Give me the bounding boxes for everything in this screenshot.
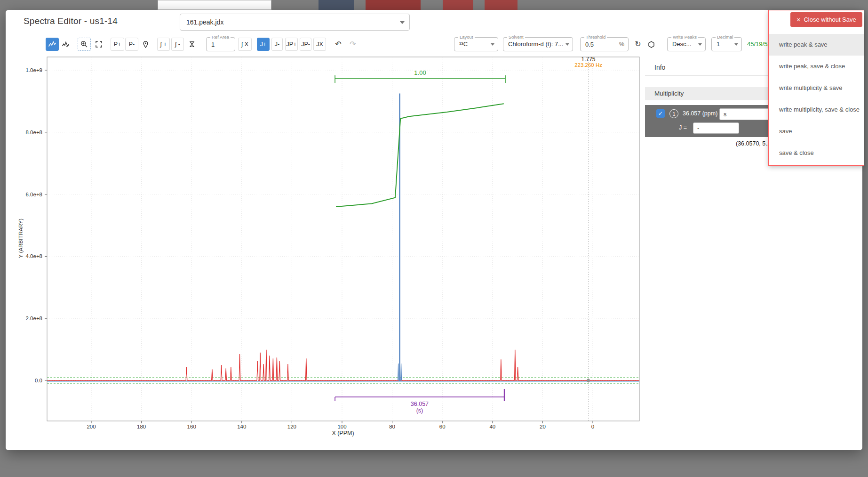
- peak-pick-icon: [62, 40, 70, 49]
- integral-clear-button[interactable]: ∫ X: [238, 38, 252, 51]
- spectrum-display-button[interactable]: [46, 38, 59, 51]
- svg-text:1.0e+9: 1.0e+9: [26, 67, 43, 73]
- peak-shift-label: 36.057 (ppm): [683, 110, 717, 117]
- menu-item-save-close[interactable]: save & close: [769, 142, 864, 164]
- svg-text:160: 160: [187, 424, 196, 429]
- bg-partial-button-4: [485, 0, 518, 10]
- svg-text:200: 200: [87, 424, 96, 429]
- toolbar: P+ P- ∫ + ∫ - Ref Area ∫ X J+ J- JP+ JP-…: [6, 37, 862, 53]
- spectrum-chart[interactable]: 2001801601401201008060402000.02.0e+84.0e…: [15, 55, 642, 440]
- svg-text:0: 0: [591, 424, 594, 429]
- peak-counts-text: 45/19/53: [747, 40, 771, 48]
- spectrum-icon: [48, 40, 56, 49]
- zoom-in-button[interactable]: [78, 38, 91, 51]
- refresh-button[interactable]: ↻: [633, 38, 643, 51]
- peak-remove-button[interactable]: P-: [125, 38, 138, 51]
- menu-item-write-peak-save-close[interactable]: write peak, save & close: [769, 56, 864, 77]
- j-coupling-label: J =: [679, 124, 687, 131]
- threshold-field[interactable]: Threshold %: [580, 37, 629, 51]
- spectrum-file-select-value: 161.peak.jdx: [180, 14, 409, 30]
- svg-text:36.057: 36.057: [411, 401, 429, 407]
- chevron-down-icon: [734, 43, 738, 46]
- integral-add-button[interactable]: ∫ +: [157, 38, 170, 51]
- svg-text:0.0: 0.0: [35, 378, 42, 383]
- screen-backdrop: Spectra Editor - us1-14 161.peak.jdx × C…: [0, 0, 868, 477]
- svg-text:60: 60: [439, 424, 446, 429]
- j-coupling-remove-button[interactable]: J-: [271, 38, 283, 51]
- menu-item-write-peak-save[interactable]: write peak & save: [769, 34, 864, 56]
- write-peaks-select[interactable]: Write Peaks Desc...: [667, 37, 706, 51]
- svg-text:100: 100: [337, 424, 346, 429]
- assignment-button[interactable]: [645, 38, 657, 51]
- svg-text:8.0e+8: 8.0e+8: [26, 129, 43, 135]
- save-options-menu: write peak & save write peak, save & clo…: [768, 10, 864, 166]
- peak-index-badge: 1: [669, 109, 678, 118]
- chevron-down-icon: [698, 43, 702, 46]
- decimal-label: Decimal: [716, 34, 734, 40]
- svg-text:140: 140: [237, 424, 246, 429]
- solvent-select[interactable]: Solvent Chloroform-d (t): 7...: [503, 37, 573, 51]
- svg-text:X (PPM): X (PPM): [332, 430, 354, 437]
- spectra-editor-dialog: Spectra Editor - us1-14 161.peak.jdx × C…: [6, 10, 862, 450]
- svg-text:180: 180: [137, 424, 146, 429]
- jp-remove-button[interactable]: JP-: [300, 38, 311, 51]
- chevron-down-icon: [565, 43, 569, 46]
- solvent-label: Solvent: [507, 34, 525, 40]
- zoom-out-full-icon: [95, 40, 103, 49]
- auto-integrate-button[interactable]: [186, 38, 198, 51]
- threshold-label: Threshold: [584, 34, 607, 40]
- layout-label: Layout: [458, 34, 475, 40]
- j-clear-button[interactable]: JX: [313, 38, 326, 51]
- ref-area-field[interactable]: Ref Area: [206, 37, 235, 51]
- svg-text:(s): (s): [416, 407, 423, 414]
- chevron-down-icon: [491, 43, 494, 46]
- svg-text:Y (ARBITRARY): Y (ARBITRARY): [18, 218, 24, 258]
- svg-text:6.0e+8: 6.0e+8: [26, 192, 43, 197]
- svg-text:20: 20: [540, 424, 546, 429]
- layout-select[interactable]: Layout ¹³C: [454, 37, 498, 51]
- bg-partial-button-2: [366, 0, 421, 10]
- check-icon: ✓: [658, 110, 663, 117]
- peak-pin-button[interactable]: [140, 38, 151, 51]
- svg-text:80: 80: [389, 424, 395, 429]
- undo-button[interactable]: ↶: [332, 38, 344, 51]
- page-title: Spectra Editor - us1-14: [24, 16, 118, 26]
- j-coupling-add-button[interactable]: J+: [257, 38, 270, 51]
- decimal-select[interactable]: Decimal 1: [711, 37, 742, 51]
- pin-icon: [142, 40, 150, 49]
- svg-text:223.260 Hz: 223.260 Hz: [574, 62, 602, 68]
- svg-text:4.0e+8: 4.0e+8: [26, 253, 43, 259]
- zoom-out-full-button[interactable]: [92, 38, 105, 51]
- bg-partial-input: [158, 0, 271, 10]
- close-icon: ×: [796, 16, 800, 23]
- hourglass-icon: [188, 40, 196, 48]
- threshold-suffix: %: [619, 38, 624, 51]
- svg-text:1.00: 1.00: [414, 69, 426, 76]
- j-coupling-input[interactable]: [693, 122, 739, 134]
- close-without-save-label: Close without Save: [804, 16, 856, 23]
- ref-area-label: Ref Area: [210, 34, 231, 40]
- jp-add-button[interactable]: JP+: [285, 38, 298, 51]
- peak-add-button[interactable]: P+: [111, 38, 124, 51]
- svg-text:120: 120: [287, 424, 296, 429]
- menu-item-write-multiplicity-save-close[interactable]: write multiplicity, save & close: [769, 99, 864, 121]
- zoom-in-icon: [80, 40, 88, 49]
- write-peaks-label: Write Peaks: [671, 34, 698, 40]
- auto-peak-pick-button[interactable]: [59, 38, 72, 51]
- peak-coords-text: (36.0570, 5...: [736, 140, 771, 147]
- molecule-icon: [647, 40, 655, 49]
- close-without-save-button[interactable]: × Close without Save: [790, 12, 862, 27]
- redo-button[interactable]: ↷: [347, 38, 359, 51]
- svg-text:40: 40: [489, 424, 495, 429]
- bg-partial-button-1: [319, 0, 354, 10]
- bg-partial-button-3: [443, 0, 473, 10]
- chevron-down-icon: [400, 21, 405, 24]
- integral-remove-button[interactable]: ∫ -: [171, 38, 184, 51]
- menu-item-save[interactable]: save: [769, 121, 864, 142]
- spectrum-file-select[interactable]: 161.peak.jdx: [180, 14, 410, 31]
- svg-text:2.0e+8: 2.0e+8: [26, 315, 43, 321]
- peak-checkbox[interactable]: ✓: [656, 109, 665, 118]
- menu-item-write-multiplicity-save[interactable]: write multiplicity & save: [769, 77, 864, 99]
